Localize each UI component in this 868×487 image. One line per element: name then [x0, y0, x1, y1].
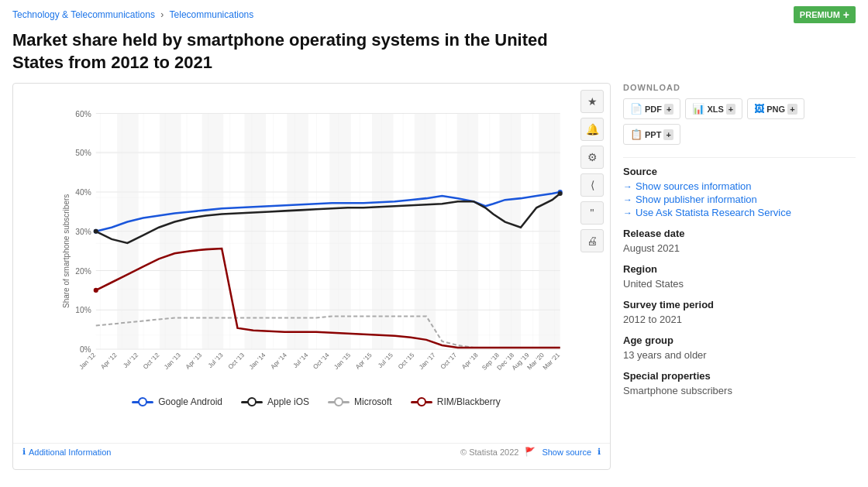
svg-text:10%: 10%	[75, 307, 91, 315]
arrow-icon-2: →	[623, 194, 632, 205]
svg-text:Oct '12: Oct '12	[142, 352, 161, 371]
legend-ios: Apple iOS	[241, 396, 309, 407]
svg-text:Jan '15: Jan '15	[332, 352, 352, 371]
svg-text:Jan '13: Jan '13	[163, 352, 182, 371]
svg-rect-8	[117, 114, 138, 350]
svg-text:Apr '15: Apr '15	[354, 352, 374, 371]
svg-point-28	[94, 229, 98, 234]
release-date-section: Release date August 2021	[623, 228, 856, 254]
svg-text:60%: 60%	[75, 110, 91, 118]
special-properties-value: Smartphone subscribers	[623, 385, 856, 396]
svg-text:40%: 40%	[75, 188, 91, 197]
notification-button[interactable]: 🔔	[580, 118, 604, 141]
quote-button[interactable]: "	[580, 201, 604, 225]
png-icon: 🖼	[754, 103, 764, 115]
main-content: ★ 🔔 ⚙ ⟨ " 🖨 Share of smartphone subscrib…	[0, 83, 868, 470]
svg-rect-12	[287, 114, 308, 350]
svg-text:Apr '14: Apr '14	[269, 352, 288, 371]
show-publisher-link[interactable]: → Show publisher information	[623, 194, 856, 205]
additional-info-link[interactable]: ℹ Additional Information	[22, 447, 111, 457]
source-title: Source	[623, 166, 856, 177]
breadcrumb-separator: ›	[160, 9, 166, 20]
ppt-icon: 📋	[630, 129, 642, 140]
share-button[interactable]: ⟨	[580, 173, 604, 197]
svg-text:Jul '13: Jul '13	[207, 352, 225, 369]
svg-text:20%: 20%	[75, 267, 91, 276]
chart-toolbar: ★ 🔔 ⚙ ⟨ " 🖨	[580, 90, 604, 252]
survey-time-section: Survey time period 2012 to 2021	[623, 299, 856, 325]
svg-text:50%: 50%	[75, 149, 91, 158]
ask-statista-link[interactable]: → Use Ask Statista Research Service	[623, 207, 856, 218]
bookmark-button[interactable]: ★	[580, 90, 604, 113]
svg-text:Oct '17: Oct '17	[439, 352, 459, 371]
sidebar: DOWNLOAD 📄 PDF + 📊 XLS + 🖼 PNG	[623, 83, 856, 470]
breadcrumb-link-telecom[interactable]: Telecommunications	[170, 9, 254, 20]
legend-android: Google Android	[132, 396, 222, 407]
settings-button[interactable]: ⚙	[580, 146, 604, 169]
print-button[interactable]: 🖨	[580, 229, 604, 252]
svg-rect-18	[539, 114, 560, 350]
svg-rect-14	[372, 114, 393, 350]
arrow-icon-3: →	[623, 207, 632, 218]
special-properties-section: Special properties Smartphone subscriber…	[623, 370, 856, 396]
release-date-value: August 2021	[623, 242, 856, 254]
svg-text:Oct '13: Oct '13	[227, 352, 246, 371]
top-nav: Technology & Telecommunications › Teleco…	[0, 0, 868, 26]
chart-svg: 60% 50% 40% 30% 20% 10% 0%	[57, 96, 576, 390]
chart-legend: Google Android Apple iOS Microsoft RIM/B…	[57, 390, 576, 413]
age-group-value: 13 years and older	[623, 349, 856, 361]
svg-text:Apr '18: Apr '18	[460, 352, 480, 371]
svg-rect-13	[329, 114, 350, 350]
svg-rect-17	[500, 114, 521, 350]
breadcrumb-link-tech[interactable]: Technology & Telecommunications	[12, 9, 155, 20]
svg-text:Oct '14: Oct '14	[312, 352, 331, 371]
sidebar-wrapper: DOWNLOAD 📄 PDF + 📊 XLS + 🖼 PNG	[623, 83, 856, 396]
download-pdf-button[interactable]: 📄 PDF +	[623, 98, 680, 119]
premium-badge: PREMIUM +	[794, 6, 856, 23]
special-properties-label: Special properties	[623, 370, 856, 382]
svg-text:Oct '15: Oct '15	[397, 352, 416, 371]
svg-text:Jan '17: Jan '17	[418, 352, 437, 371]
survey-time-label: Survey time period	[623, 299, 856, 310]
age-group-section: Age group 13 years and older	[623, 334, 856, 361]
source-section: Source → Show sources information → Show…	[623, 166, 856, 218]
svg-text:Mar '21: Mar '21	[542, 352, 562, 372]
download-png-button[interactable]: 🖼 PNG +	[747, 98, 804, 119]
legend-rim: RIM/Blackberry	[411, 396, 501, 407]
download-xls-button[interactable]: 📊 XLS +	[685, 98, 742, 119]
svg-text:Jul '12: Jul '12	[122, 352, 140, 369]
download-buttons: 📄 PDF + 📊 XLS + 🖼 PNG +	[623, 98, 856, 145]
pdf-icon: 📄	[630, 103, 642, 115]
region-value: United States	[623, 278, 856, 290]
region-section: Region United States	[623, 263, 856, 290]
svg-text:Jul '15: Jul '15	[377, 352, 394, 369]
arrow-icon: →	[623, 181, 632, 192]
svg-rect-10	[202, 114, 223, 350]
age-group-label: Age group	[623, 334, 856, 346]
page-title: Market share held by smartphone operatin…	[0, 26, 574, 83]
svg-text:Jul '14: Jul '14	[291, 352, 309, 369]
svg-rect-9	[160, 114, 181, 350]
xls-icon: 📊	[692, 103, 704, 115]
survey-time-value: 2012 to 2021	[623, 314, 856, 325]
svg-text:Jan '14: Jan '14	[248, 352, 267, 371]
region-label: Region	[623, 263, 856, 275]
svg-rect-15	[415, 114, 436, 350]
breadcrumb: Technology & Telecommunications › Teleco…	[12, 9, 253, 20]
svg-rect-11	[245, 114, 266, 350]
footer-right: © Statista 2022 🚩 Show source ℹ	[460, 447, 601, 457]
download-ppt-button[interactable]: 📋 PPT +	[623, 124, 680, 145]
svg-point-30	[94, 288, 98, 293]
show-source-link[interactable]: Show source	[542, 448, 591, 457]
download-title: DOWNLOAD	[623, 83, 856, 92]
svg-text:Apr '12: Apr '12	[99, 352, 119, 371]
chart-canvas: 60% 50% 40% 30% 20% 10% 0%	[57, 96, 576, 390]
chart-area: Share of smartphone subscribers	[13, 84, 610, 440]
svg-text:Apr '13: Apr '13	[184, 352, 204, 371]
download-section: DOWNLOAD 📄 PDF + 📊 XLS + 🖼 PNG	[623, 83, 856, 145]
chart-section: ★ 🔔 ⚙ ⟨ " 🖨 Share of smartphone subscrib…	[12, 83, 611, 470]
svg-text:Jan '12: Jan '12	[78, 352, 97, 371]
show-sources-link[interactable]: → Show sources information	[623, 180, 856, 192]
legend-microsoft: Microsoft	[328, 396, 392, 407]
svg-rect-16	[457, 114, 478, 350]
